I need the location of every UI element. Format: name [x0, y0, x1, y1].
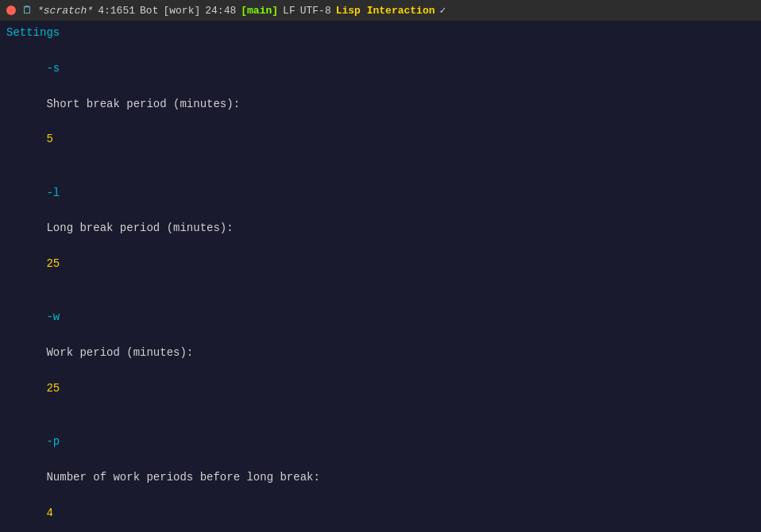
title-scratch: *scratch* [37, 5, 93, 17]
settings-short-break: -s Short break period (minutes): 5 [6, 41, 755, 166]
settings-work-period: -w Work period (minutes): 25 [6, 291, 755, 415]
traffic-light-red[interactable] [6, 6, 16, 15]
title-work-bracket: [work] [163, 5, 200, 17]
titlebar-text: 🗒 *scratch* 4:1651 Bot [work] 24:48 [mai… [22, 4, 755, 17]
title-position: 4:1651 [98, 5, 135, 17]
titlebar: 🗒 *scratch* 4:1651 Bot [work] 24:48 [mai… [0, 0, 761, 21]
titlebar-icon: 🗒 [22, 5, 33, 17]
title-lisp: Lisp Interaction [336, 5, 435, 17]
title-bot: Bot [140, 5, 158, 17]
settings-periods: -p Number of work periods before long br… [6, 415, 755, 532]
title-time: 24:48 [205, 5, 236, 17]
content: Settings -s Short break period (minutes)… [0, 21, 761, 532]
settings-long-break: -l Long break period (minutes): 25 [6, 166, 755, 291]
title-lf: LF [283, 5, 296, 17]
settings-section: Settings -s Short break period (minutes)… [6, 24, 755, 532]
title-check: ✓ [440, 4, 446, 17]
settings-label: Settings [6, 24, 755, 41]
title-main-bracket: [main] [241, 5, 278, 17]
title-utf: UTF-8 [300, 5, 331, 17]
